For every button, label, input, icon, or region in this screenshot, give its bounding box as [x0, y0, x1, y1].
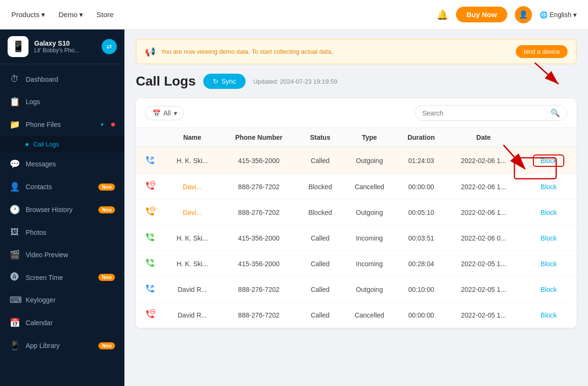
call-duration: 00:00:00	[396, 174, 446, 200]
sidebar-item-photos[interactable]: 🖼 Photos	[0, 221, 124, 243]
dashboard-icon: ⏱	[9, 74, 20, 84]
block-action[interactable]: Block	[521, 251, 577, 277]
contact-name: David R...	[164, 277, 220, 302]
sidebar-item-label: Messages	[26, 160, 115, 168]
filter-dropdown[interactable]: 📅 All ▾	[145, 106, 184, 120]
sidebar-item-label: Video Preview	[26, 251, 115, 259]
sidebar-item-screen-time[interactable]: 🅐 Screen Time New	[0, 266, 124, 289]
block-button[interactable]: Block	[541, 183, 557, 191]
col-phone: Phone Number	[220, 128, 297, 147]
call-date: 2022-02-05 1...	[446, 277, 521, 302]
table-row: Davi... 888-276-7202 Blocked Outgoing 00…	[136, 200, 577, 225]
sidebar-item-video-preview[interactable]: 🎬 Video Preview	[0, 243, 124, 266]
avatar[interactable]: 👤	[515, 6, 532, 23]
call-date: 2022-02-06 1...	[446, 174, 521, 200]
sidebar-item-logs[interactable]: 📋 Logs	[0, 90, 124, 113]
block-action[interactable]: Block	[521, 277, 577, 302]
phone-number: 415-356-2000	[220, 251, 297, 277]
sidebar-sub-label: Call Logs	[33, 141, 59, 148]
chevron-down-icon: ▾	[573, 11, 577, 19]
sidebar-item-phone-files[interactable]: 📁 Phone Files ▾	[0, 113, 124, 136]
sidebar-item-call-logs[interactable]: Call Logs	[26, 136, 124, 153]
call-logs-table-container: 📅 All ▾ 🔍 Name Phone Number	[136, 98, 577, 328]
call-status: Called	[297, 302, 342, 328]
sidebar-item-contacts[interactable]: 👤 Contacts New	[0, 175, 124, 198]
notification-bell-icon[interactable]: 🔔	[436, 9, 448, 20]
block-button[interactable]: Block	[533, 154, 564, 167]
call-logs-table: Name Phone Number Status Type Duration D…	[136, 128, 577, 328]
block-action[interactable]: Block	[521, 174, 577, 200]
language-selector[interactable]: 🌐 English ▾	[540, 11, 577, 19]
new-badge: New	[98, 206, 115, 213]
block-action[interactable]: Block	[521, 147, 577, 174]
sidebar-item-dashboard[interactable]: ⏱ Dashboard	[0, 68, 124, 90]
nav-links: Products ▾ Demo ▾ Store	[11, 10, 114, 19]
call-status: Called	[297, 225, 342, 251]
block-action[interactable]: Block	[521, 200, 577, 225]
phone-number: 888-276-7202	[220, 277, 297, 302]
call-type: Cancelled	[343, 174, 396, 200]
call-type-icon	[136, 174, 164, 200]
contact-name: Davi...	[164, 174, 220, 200]
table-toolbar: 📅 All ▾ 🔍	[136, 98, 577, 128]
switch-device-button[interactable]: ⇄	[102, 39, 117, 54]
col-status: Status	[297, 128, 342, 147]
page-title: Call Logs	[136, 74, 196, 89]
sidebar-item-browser-history[interactable]: 🕐 Browser History New	[0, 198, 124, 221]
sidebar-nav: ⏱ Dashboard 📋 Logs 📁 Phone Files ▾ Call …	[0, 64, 124, 386]
call-duration: 00:05:10	[396, 200, 446, 225]
sync-button[interactable]: ↻ Sync	[203, 74, 246, 89]
block-button[interactable]: Block	[541, 286, 557, 293]
page-header: Call Logs ↻ Sync Updated: 2024-07-23 19:…	[136, 74, 577, 89]
sidebar-item-app-library[interactable]: 📱 App Library New	[0, 334, 124, 357]
col-icon	[136, 128, 164, 147]
block-button[interactable]: Block	[541, 234, 557, 242]
new-badge: New	[98, 342, 115, 349]
app-library-icon: 📱	[9, 340, 20, 351]
block-button[interactable]: Block	[541, 311, 557, 319]
call-type: Outgoing	[343, 277, 396, 302]
main-layout: 📱 Galaxy S10 Lil' Bobby's Pho... ⇄ ⏱ Das…	[0, 29, 588, 386]
sidebar-item-messages[interactable]: 💬 Messages	[0, 153, 124, 175]
call-status: Blocked	[297, 174, 342, 200]
globe-icon: 🌐	[540, 11, 548, 19]
call-status: Called	[297, 251, 342, 277]
notification-dot	[111, 123, 115, 126]
search-box: 🔍	[415, 105, 567, 121]
call-type-icon	[136, 200, 164, 225]
call-date: 2022-02-05 1...	[446, 302, 521, 328]
nav-demo[interactable]: Demo ▾	[58, 10, 83, 19]
call-status: Called	[297, 277, 342, 302]
keylogger-icon: ⌨	[9, 295, 20, 305]
call-date: 2022-02-06 1...	[446, 200, 521, 225]
buy-now-button[interactable]: Buy Now	[456, 7, 507, 22]
sidebar-item-keylogger[interactable]: ⌨ Keylogger	[0, 289, 124, 311]
block-button[interactable]: Block	[541, 260, 557, 268]
svg-line-5	[151, 234, 153, 237]
phone-number: 888-276-7202	[220, 200, 297, 225]
search-input[interactable]	[422, 109, 547, 117]
contact-name: David R...	[164, 302, 220, 328]
block-action[interactable]: Block	[521, 225, 577, 251]
block-action[interactable]: Block	[521, 302, 577, 328]
updated-timestamp: Updated: 2024-07-23 19:19:59	[253, 78, 337, 85]
phone-number: 888-276-7202	[220, 302, 297, 328]
chevron-down-icon: ▾	[79, 10, 83, 19]
megaphone-icon: 📢	[145, 47, 155, 57]
sidebar-item-label: Logs	[26, 98, 115, 106]
nav-store[interactable]: Store	[96, 10, 114, 19]
user-icon: 👤	[519, 10, 528, 19]
sidebar-item-calendar[interactable]: 📅 Calendar	[0, 311, 124, 334]
phone-files-icon: 📁	[9, 119, 20, 130]
nav-products[interactable]: Products ▾	[11, 10, 45, 19]
search-icon[interactable]: 🔍	[550, 108, 560, 117]
new-badge: New	[98, 183, 115, 191]
call-type: Incoming	[343, 251, 396, 277]
contacts-icon: 👤	[9, 182, 20, 192]
device-info: Galaxy S10 Lil' Bobby's Pho...	[34, 39, 96, 54]
sidebar-item-label: Photos	[26, 229, 115, 236]
bind-device-button[interactable]: bind a device	[516, 45, 568, 58]
active-dot	[26, 143, 28, 146]
block-button[interactable]: Block	[541, 209, 557, 216]
screen-time-icon: 🅐	[9, 272, 20, 282]
